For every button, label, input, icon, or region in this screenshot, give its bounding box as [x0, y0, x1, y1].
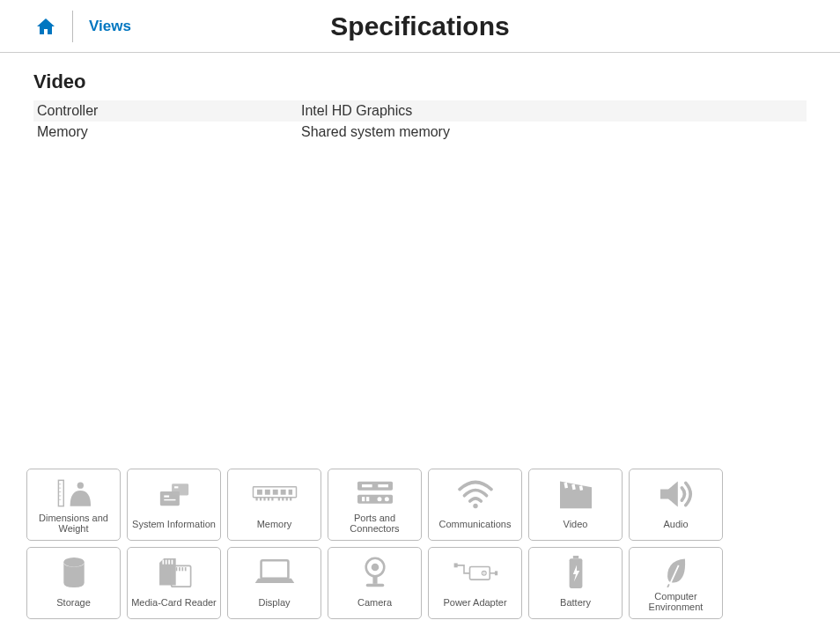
svg-rect-21: [267, 498, 269, 501]
nav-tile-label: Display: [258, 592, 290, 613]
wifi-icon: [456, 475, 495, 513]
views-link[interactable]: Views: [89, 18, 131, 35]
nav-tile-label: Media-Card Reader: [131, 592, 217, 613]
svg-rect-22: [271, 498, 273, 501]
media-card-icon: [155, 553, 194, 592]
svg-rect-61: [572, 556, 578, 558]
nav-tile-video[interactable]: Video: [528, 469, 623, 541]
page-title: Specifications: [330, 11, 509, 41]
svg-point-52: [371, 564, 379, 572]
svg-rect-42: [165, 560, 166, 565]
svg-rect-31: [362, 498, 365, 502]
svg-rect-20: [263, 498, 265, 501]
svg-rect-28: [362, 484, 372, 487]
svg-rect-43: [168, 560, 170, 565]
nav-tile-label: Dimensions and Weight: [31, 513, 116, 535]
nav-tile-display[interactable]: Display: [227, 547, 321, 619]
nav-tile-label: System Information: [132, 513, 216, 535]
svg-rect-11: [174, 486, 178, 488]
svg-rect-24: [282, 498, 284, 501]
svg-rect-26: [290, 498, 291, 501]
video-icon: [556, 475, 595, 513]
nav-tile-ports-connectors[interactable]: Ports and Connectors: [328, 469, 422, 541]
audio-icon: [657, 475, 696, 513]
spec-label: Memory: [37, 124, 301, 140]
nav-tile-media-card-reader[interactable]: Media-Card Reader: [127, 547, 221, 619]
svg-rect-8: [164, 495, 169, 497]
nav-tile-label: Communications: [439, 513, 512, 535]
svg-rect-15: [272, 490, 277, 495]
header-divider: [72, 11, 73, 42]
svg-rect-53: [372, 576, 377, 584]
nav-tile-label: Storage: [56, 592, 91, 613]
dimensions-weight-icon: [55, 475, 93, 513]
battery-icon: [565, 553, 586, 592]
svg-rect-54: [365, 584, 384, 587]
svg-rect-14: [264, 490, 269, 495]
svg-rect-23: [277, 498, 279, 501]
storage-icon: [59, 553, 89, 592]
svg-rect-19: [259, 498, 261, 501]
nav-tile-label: Audio: [663, 513, 688, 535]
svg-rect-10: [172, 484, 188, 495]
nav-tile-camera[interactable]: Camera: [328, 547, 422, 619]
svg-rect-58: [453, 563, 457, 567]
home-icon[interactable]: [35, 17, 56, 36]
svg-rect-32: [366, 498, 369, 502]
section-title: Video: [33, 70, 807, 93]
nav-tile-dimensions-weight[interactable]: Dimensions and Weight: [26, 469, 121, 541]
svg-point-40: [63, 557, 84, 567]
nav-tile-label: Battery: [560, 592, 591, 613]
svg-rect-48: [181, 567, 183, 571]
system-information-icon: [155, 475, 194, 513]
leaf-icon: [661, 553, 691, 591]
nav-tile-battery[interactable]: Battery: [528, 547, 623, 619]
nav-tile-label: Video: [564, 513, 588, 535]
svg-rect-29: [378, 484, 388, 487]
svg-rect-50: [261, 560, 288, 579]
nav-tile-label: Ports and Connectors: [332, 513, 417, 535]
nav-tile-audio[interactable]: Audio: [629, 469, 723, 541]
camera-icon: [359, 553, 391, 592]
nav-tile-label: Camera: [357, 592, 392, 613]
svg-rect-16: [280, 490, 285, 495]
bottom-nav: Dimensions and Weight System Information: [26, 469, 814, 619]
svg-rect-18: [255, 498, 257, 501]
svg-rect-55: [469, 567, 490, 580]
spec-value: Shared system memory: [301, 124, 803, 140]
nav-tile-computer-environment[interactable]: Computer Environment: [629, 547, 723, 619]
nav-tile-power-adapter[interactable]: Power Adapter: [428, 547, 522, 619]
nav-tile-label: Power Adapter: [443, 592, 506, 613]
svg-rect-46: [175, 567, 177, 571]
svg-point-33: [377, 498, 381, 502]
svg-rect-44: [171, 560, 173, 565]
power-adapter-icon: [453, 553, 498, 592]
nav-tile-memory[interactable]: Memory: [227, 469, 321, 541]
svg-point-34: [384, 498, 388, 502]
svg-rect-25: [285, 498, 287, 501]
spec-label: Controller: [37, 103, 301, 119]
svg-rect-9: [164, 499, 175, 500]
svg-rect-49: [184, 567, 186, 571]
nav-tile-communications[interactable]: Communications: [428, 469, 522, 541]
display-icon: [254, 553, 296, 592]
header-bar: Views Specifications: [0, 0, 840, 53]
spec-row: Memory Shared system memory: [33, 122, 807, 143]
nav-tile-label: Memory: [257, 513, 292, 535]
memory-icon: [252, 475, 298, 513]
svg-rect-47: [179, 567, 181, 571]
content-area: Video Controller Intel HD Graphics Memor…: [0, 53, 840, 143]
ports-connectors-icon: [353, 475, 397, 513]
nav-tile-label: Computer Environment: [633, 591, 718, 613]
spec-value: Intel HD Graphics: [301, 103, 803, 119]
nav-tile-system-information[interactable]: System Information: [127, 469, 221, 541]
svg-rect-13: [256, 490, 262, 495]
svg-rect-36: [560, 489, 592, 508]
svg-point-6: [77, 483, 83, 489]
nav-tile-storage[interactable]: Storage: [26, 547, 121, 619]
spec-row: Controller Intel HD Graphics: [33, 100, 807, 122]
svg-rect-17: [288, 490, 291, 495]
svg-rect-60: [494, 571, 497, 575]
svg-rect-41: [162, 560, 164, 565]
svg-point-35: [473, 504, 477, 508]
